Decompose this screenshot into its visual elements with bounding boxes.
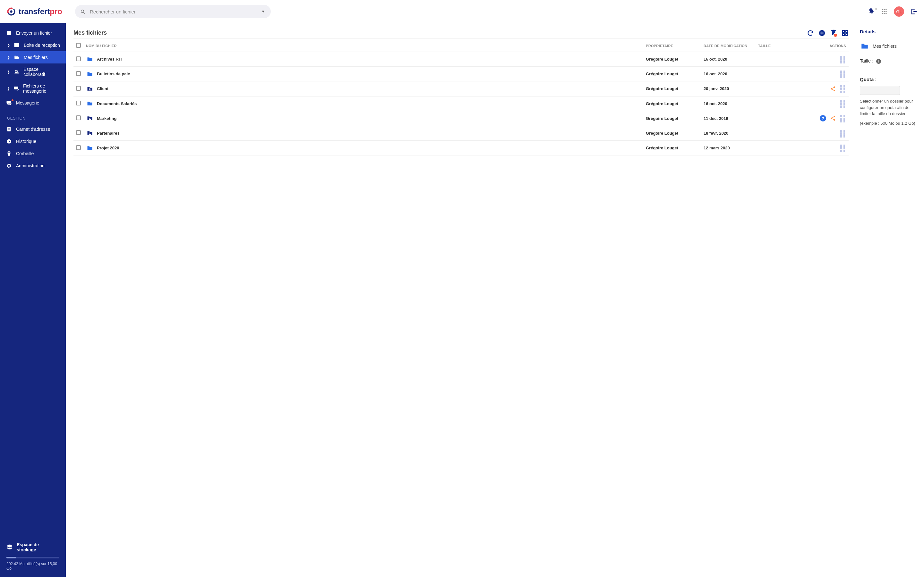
database-icon <box>6 544 13 550</box>
search-caret-icon[interactable]: ▼ <box>261 9 265 14</box>
table-row[interactable]: Bulletins de paieGrégoire Louget16 oct. … <box>73 67 849 81</box>
drag-handle-icon[interactable]: ∎∎∎∎∎∎ <box>840 70 846 78</box>
sidebar-item-myfiles[interactable]: ❯ Mes fichiers <box>0 51 66 63</box>
notifications-button[interactable] <box>868 8 875 15</box>
table-row[interactable]: PartenairesGrégoire Louget18 févr. 2020∎… <box>73 126 849 140</box>
files-table: NOM DU FICHIER PROPRIÉTAIRE DATE DE MODI… <box>73 38 849 155</box>
sidebar-item-history[interactable]: Historique <box>0 135 66 147</box>
chevron-right-icon: ❯ <box>7 43 10 47</box>
share-icon[interactable] <box>830 86 836 92</box>
add-icon[interactable] <box>819 29 825 37</box>
users-icon <box>14 69 19 75</box>
share-icon[interactable] <box>830 115 836 121</box>
folder-icon <box>86 56 94 63</box>
logout-icon[interactable] <box>911 8 918 15</box>
topbar: transfertpro ▼ GL <box>0 0 924 23</box>
table-row[interactable]: Documents SalariésGrégoire Louget16 oct.… <box>73 96 849 111</box>
row-checkbox[interactable] <box>76 56 81 61</box>
file-size <box>756 111 794 126</box>
col-size[interactable]: TAILLE <box>756 39 794 52</box>
file-name: Archives RH <box>97 57 121 61</box>
table-row[interactable]: MarketingGrégoire Louget11 déc. 2019?∎∎∎… <box>73 111 849 126</box>
sidebar-item-collab[interactable]: ❯ Espace collaboratif <box>0 63 66 80</box>
help-icon[interactable]: ? <box>820 115 826 121</box>
sidebar-item-label: Historique <box>16 139 36 144</box>
row-checkbox[interactable] <box>76 115 81 120</box>
file-name: Documents Salariés <box>97 101 137 106</box>
quota-input[interactable] <box>860 86 900 95</box>
brand-text-2: pro <box>50 7 62 16</box>
sidebar-item-send[interactable]: Envoyer un fichier <box>0 27 66 39</box>
sidebar-item-label: Messagerie <box>16 100 39 105</box>
sidebar-item-label: Administration <box>16 163 45 168</box>
sidebar: Envoyer un fichier ❯ Boite de reception … <box>0 23 66 577</box>
file-name: Client <box>97 86 108 91</box>
sidebar-item-label: Corbeille <box>16 151 34 156</box>
drag-handle-icon[interactable]: ∎∎∎∎∎∎ <box>840 144 846 152</box>
comments-icon <box>13 85 19 91</box>
row-checkbox[interactable] <box>76 101 81 105</box>
col-actions: ACTIONS <box>794 39 849 52</box>
drag-handle-icon[interactable]: ∎∎∎∎∎∎ <box>840 85 846 93</box>
drag-handle-icon[interactable]: ∎∎∎∎∎∎ <box>840 129 846 137</box>
details-quota-label: Quota : <box>860 77 919 82</box>
file-owner: Grégoire Louget <box>643 81 701 96</box>
quota-help-2: (exemple : 500 Mo ou 1,2 Go) <box>860 120 919 127</box>
sidebar-item-trash[interactable]: Corbeille <box>0 147 66 160</box>
sidebar-item-msgfiles[interactable]: ❯ Fichiers de messagerie <box>0 80 66 97</box>
sidebar-item-messaging[interactable]: Messagerie <box>0 97 66 109</box>
col-owner[interactable]: PROPRIÉTAIRE <box>643 39 701 52</box>
file-modified: 16 oct. 2020 <box>701 96 756 111</box>
search-icon <box>80 9 86 14</box>
details-folder-name: Mes fichiers <box>873 44 897 49</box>
file-name: Marketing <box>97 116 116 121</box>
info-icon[interactable]: i <box>876 59 881 64</box>
col-date[interactable]: DATE DE MODIFICATION <box>701 39 756 52</box>
file-owner: Grégoire Louget <box>643 141 701 155</box>
folder-icon <box>86 115 94 121</box>
select-all-checkbox[interactable] <box>76 43 81 48</box>
trash-button[interactable] <box>830 29 837 37</box>
row-checkbox[interactable] <box>76 71 81 76</box>
file-modified: 12 mars 2020 <box>701 141 756 155</box>
page-title: Mes fichiers <box>73 29 107 36</box>
row-checkbox[interactable] <box>76 130 81 135</box>
file-size <box>756 52 794 67</box>
comments-icon <box>6 100 12 106</box>
details-size-label: Taille : <box>860 58 874 63</box>
apps-icon[interactable] <box>881 8 887 15</box>
brand-logo[interactable]: transfertpro <box>6 7 62 16</box>
sidebar-item-inbox[interactable]: ❯ Boite de reception <box>0 39 66 51</box>
file-name: Bulletins de paie <box>97 71 130 76</box>
chevron-right-icon: ❯ <box>7 70 10 74</box>
drag-handle-icon[interactable]: ∎∎∎∎∎∎ <box>840 55 846 63</box>
brand-text-1: transfert <box>19 7 50 16</box>
grid-view-icon[interactable] <box>842 29 849 37</box>
search-wrap: ▼ <box>75 5 271 18</box>
file-size <box>756 141 794 155</box>
content: Mes fichiers NOM DU FICHIER PROPRIÉTAIRE… <box>66 23 855 577</box>
drag-handle-icon[interactable]: ∎∎∎∎∎∎ <box>840 100 846 108</box>
search-input[interactable] <box>75 5 271 18</box>
file-size <box>756 126 794 140</box>
avatar[interactable]: GL <box>894 6 904 17</box>
folder-icon <box>86 85 94 92</box>
sidebar-item-label: Boite de reception <box>24 43 60 48</box>
addressbook-icon <box>6 126 12 132</box>
drag-handle-icon[interactable]: ∎∎∎∎∎∎ <box>840 114 846 122</box>
table-row[interactable]: Archives RHGrégoire Louget16 oct. 2020∎∎… <box>73 52 849 67</box>
details-title: Details <box>860 29 919 34</box>
col-name[interactable]: NOM DU FICHIER <box>83 39 643 52</box>
table-row[interactable]: Projet 2020Grégoire Louget12 mars 2020∎∎… <box>73 141 849 155</box>
row-checkbox[interactable] <box>76 86 81 91</box>
folder-icon <box>860 42 869 50</box>
gear-icon <box>6 163 12 169</box>
refresh-icon[interactable] <box>807 29 814 37</box>
chevron-right-icon: ❯ <box>7 55 10 60</box>
sidebar-item-contacts[interactable]: Carnet d'adresse <box>0 123 66 135</box>
row-checkbox[interactable] <box>76 145 81 150</box>
sidebar-item-admin[interactable]: Administration <box>0 160 66 172</box>
table-row[interactable]: ClientGrégoire Louget20 janv. 2020∎∎∎∎∎∎ <box>73 81 849 96</box>
file-owner: Grégoire Louget <box>643 67 701 81</box>
send-icon <box>6 30 12 36</box>
